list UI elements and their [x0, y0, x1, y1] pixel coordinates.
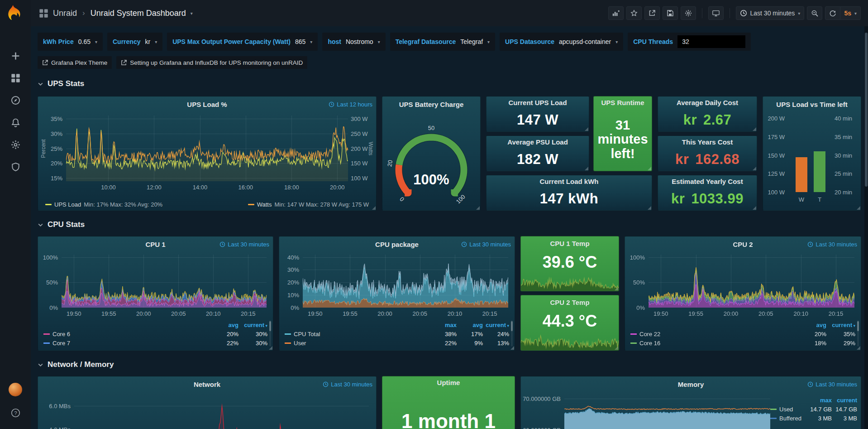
dashboard-link[interactable]: Setting up Grafana and InfluxDB for UPS … [116, 56, 307, 69]
panel-header[interactable]: CPU package Last 30 minutes [279, 236, 515, 252]
section-header-cpu-stats[interactable]: CPU Stats [38, 220, 861, 230]
cpu1-graph[interactable] [62, 255, 267, 308]
panel-title[interactable]: Average Daily Cost [677, 99, 738, 106]
variable-value[interactable]: Telegraf [460, 38, 483, 45]
legend-series-cpu-total[interactable]: CPU Total [294, 331, 320, 337]
variable-kwh-price[interactable]: kWh Price0.65▾ [38, 33, 103, 51]
variable-value[interactable]: apcupsd-container [559, 38, 611, 45]
legend-sort-avg[interactable]: avg [797, 322, 826, 328]
sidebar-dashboards-button[interactable] [6, 69, 24, 87]
variable-telegraf-datasource[interactable]: Telegraf DatasourceTelegraf▾ [390, 33, 495, 51]
panel-title[interactable]: This Years Cost [682, 138, 733, 146]
chevron-down-icon[interactable]: ▾ [191, 11, 193, 16]
legend-series-core-16[interactable]: Core 16 [639, 340, 660, 347]
add-panel-button[interactable] [608, 6, 624, 20]
sidebar-explore-button[interactable] [6, 91, 24, 109]
panel-header[interactable]: Memory Last 30 minutes [521, 376, 861, 392]
bar-T[interactable] [814, 151, 825, 192]
panel-time-range[interactable]: Last 30 minutes [219, 236, 269, 252]
panel-time-range[interactable]: Last 30 minutes [323, 376, 372, 392]
panel-time-range[interactable]: Last 30 minutes [807, 376, 857, 392]
panel-title[interactable]: CPU 1 Temp [550, 240, 589, 247]
panel-title[interactable]: CPU package [375, 241, 419, 248]
panel-header[interactable]: UPS Runtime [594, 96, 652, 108]
scrollbar-thumb[interactable] [865, 33, 868, 187]
panel-title[interactable]: Estimated Yearly Cost [672, 178, 743, 185]
panel-header[interactable]: UPS Battery Charge [382, 96, 480, 112]
sidebar-admin-button[interactable] [6, 158, 24, 176]
panel-title[interactable]: Current UPS Load [508, 99, 567, 106]
dashboard-settings-button[interactable] [681, 6, 696, 20]
sidebar-alerting-button[interactable] [6, 113, 24, 131]
variable-value[interactable]: 865 [295, 38, 305, 45]
panel-header[interactable]: Average PSU Load [486, 136, 589, 148]
legend-scrollbar[interactable] [857, 320, 859, 347]
legend-sort-current[interactable]: current [832, 397, 857, 404]
panel-time-range[interactable]: Last 30 minutes [461, 236, 511, 252]
variable-value[interactable]: Nostromo [346, 38, 373, 45]
panel-header[interactable]: UPS Load vs Time left [763, 96, 861, 112]
legend-series-buffered[interactable]: Buffered [779, 415, 801, 422]
dashboard-link[interactable]: Grafana Plex Theme [38, 56, 112, 69]
legend-item[interactable]: WattsMin: 147 W Max: 278 W Avg: 175 W [248, 201, 369, 208]
panel-header[interactable]: CPU 1 Temp [521, 236, 619, 250]
panel-title[interactable]: Network [194, 381, 220, 388]
legend-scrollbar[interactable] [269, 320, 271, 347]
bar-W[interactable] [796, 157, 807, 192]
save-button[interactable] [663, 6, 678, 20]
variable-cpu-threads[interactable]: CPU Threads [628, 33, 751, 51]
panel-title[interactable]: CPU 2 Temp [550, 299, 589, 306]
panel-header[interactable]: Current Load kWh [486, 175, 652, 187]
legend-series-user[interactable]: User [294, 340, 306, 347]
legend-series-core-22[interactable]: Core 22 [639, 331, 660, 337]
zoom-out-button[interactable] [807, 6, 822, 20]
legend-series-core-6[interactable]: Core 6 [52, 331, 70, 337]
panel-title[interactable]: UPS Runtime [601, 99, 644, 106]
network-graph[interactable] [74, 395, 369, 429]
share-button[interactable] [644, 6, 660, 20]
legend-sort-avg[interactable]: avg [457, 322, 483, 328]
legend-scrollbar[interactable] [511, 320, 513, 347]
legend-series-core-7[interactable]: Core 7 [52, 340, 70, 347]
panel-title[interactable]: UPS Load % [187, 101, 227, 108]
panel-title[interactable]: CPU 1 [145, 241, 165, 248]
ups-load-graph[interactable] [66, 116, 348, 181]
variable-currency[interactable]: Currencykr▾ [107, 33, 162, 51]
sidebar-configuration-button[interactable] [6, 135, 24, 154]
legend-sort-current[interactable]: current ▾ [483, 322, 509, 328]
time-range-picker[interactable]: Last 30 minutes ▾ [736, 6, 805, 20]
variable-host[interactable]: hostNostromo▾ [322, 33, 385, 51]
panel-header[interactable]: CPU 2 Temp [521, 295, 619, 309]
legend-item[interactable]: UPS LoadMin: 17% Max: 32% Avg: 20% [45, 201, 162, 208]
variable-value[interactable]: kr [145, 38, 150, 45]
panel-title[interactable]: Uptime [437, 379, 460, 386]
help-button[interactable]: ? [6, 404, 24, 422]
cycle-view-button[interactable] [708, 6, 724, 20]
legend-sort-current[interactable]: current ▾ [238, 322, 267, 328]
legend-sort-max[interactable]: max [806, 397, 832, 404]
cpu-package-graph[interactable] [303, 255, 508, 308]
panel-title[interactable]: Memory [678, 381, 704, 388]
panel-header[interactable]: CPU 1 Last 30 minutes [38, 236, 273, 252]
panel-title[interactable]: Average PSU Load [507, 138, 568, 146]
legend-sort-avg[interactable]: avg [210, 322, 238, 328]
cpu2-graph[interactable] [649, 255, 854, 308]
grafana-logo[interactable] [6, 3, 25, 22]
refresh-interval-picker[interactable]: 5s ▾ [840, 6, 861, 20]
panel-header[interactable]: UPS Load % Last 12 hours [38, 96, 376, 112]
section-header-network-memory[interactable]: Network / Memory [38, 360, 861, 370]
legend-sort-current[interactable]: current ▾ [826, 322, 855, 328]
variable-ups-max-output-power-capacity-watt-[interactable]: UPS Max Output Power Capacity (Watt)865▾ [167, 33, 318, 51]
sidebar-add-button[interactable] [6, 47, 24, 65]
panel-title[interactable]: UPS Battery Charge [399, 101, 464, 108]
breadcrumb-app[interactable]: Unraid [53, 9, 77, 18]
variable-ups-datasource[interactable]: UPS Datasourceapcupsd-container▾ [500, 33, 623, 51]
panel-header[interactable]: This Years Cost [658, 136, 757, 148]
refresh-button[interactable] [825, 6, 840, 20]
panel-time-range[interactable]: Last 12 hours [329, 96, 372, 112]
star-button[interactable] [626, 6, 642, 20]
panel-header[interactable]: Average Daily Cost [658, 96, 757, 108]
section-header-ups-stats[interactable]: UPS Stats [38, 79, 861, 89]
legend-sort-max[interactable]: max [430, 322, 457, 328]
panel-header[interactable]: Uptime [382, 376, 515, 388]
